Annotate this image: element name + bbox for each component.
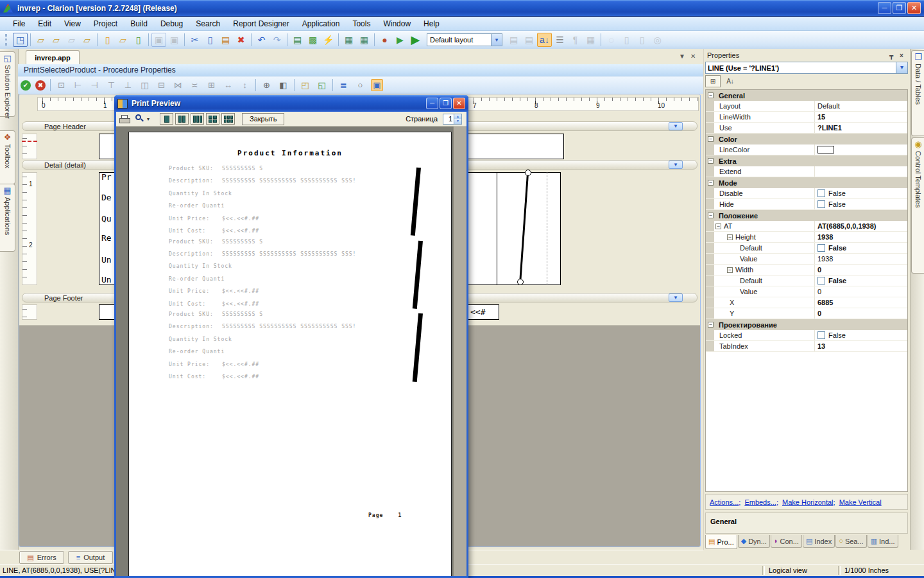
close-button[interactable]: ✕ [907, 2, 921, 14]
checkbox-unchecked-icon[interactable] [817, 244, 825, 252]
maximize-button[interactable]: ❐ [893, 2, 906, 14]
tab-output[interactable]: ≡Output [68, 551, 113, 564]
debug-button[interactable]: ● [377, 33, 392, 47]
pages-1-button[interactable] [160, 113, 173, 125]
property-value-cell[interactable]: ?LINE1 [815, 123, 907, 133]
menu-search[interactable]: Search [189, 17, 227, 30]
accept-button[interactable]: ✔ [21, 80, 31, 91]
copy-button[interactable]: ▯ [203, 33, 218, 47]
property-row[interactable]: Y0 [706, 308, 907, 319]
property-value-cell[interactable]: False [815, 188, 907, 198]
link-embeds-[interactable]: Embeds... [744, 498, 776, 506]
property-value-cell[interactable]: AT(6885,0,0,1938) [815, 221, 907, 231]
chevron-down-icon[interactable] [896, 62, 907, 73]
property-value-cell[interactable]: 6885 [815, 297, 907, 308]
document-close-icon[interactable]: ✕ [690, 53, 696, 60]
cut-button[interactable]: ✂ [187, 33, 202, 47]
property-value-cell[interactable] [815, 144, 907, 155]
checkbox-unchecked-icon[interactable] [817, 331, 825, 339]
menu-help[interactable]: Help [417, 17, 446, 30]
grid-b-button[interactable]: ▦ [357, 33, 372, 47]
sidebar-tab-toolbox[interactable]: ❖Toolbox [0, 130, 15, 184]
spin-up-icon[interactable]: ▲ [454, 114, 461, 119]
property-value-cell[interactable]: Default [815, 101, 907, 111]
props-tab-sea[interactable]: ○Sea... [835, 535, 866, 548]
pages-6-button[interactable] [221, 113, 235, 125]
generate-button[interactable]: ▩ [305, 33, 320, 47]
checkbox-unchecked-icon[interactable] [817, 200, 825, 208]
tab-order-button[interactable]: ≣ [338, 79, 350, 91]
open-project-button[interactable]: ▱ [49, 33, 64, 47]
property-value-cell[interactable]: 15 [815, 112, 907, 122]
property-row[interactable]: ATAT(6885,0,0,1938) [706, 221, 907, 232]
color-swatch[interactable] [817, 146, 834, 153]
property-row[interactable]: Use?LINE1 [706, 123, 907, 134]
props-tab-con[interactable]: ◗Con... [771, 535, 802, 548]
new-project-button[interactable]: ▱ [33, 33, 48, 47]
spin-down-icon[interactable]: ▼ [454, 119, 461, 124]
props-tab-pro[interactable]: ▤Pro... [705, 535, 737, 549]
menu-project[interactable]: Project [87, 17, 124, 30]
pages-3-button[interactable] [191, 113, 204, 125]
menu-debug[interactable]: Debug [154, 17, 189, 30]
open-file-button[interactable]: ▱ [116, 33, 130, 47]
pages-2-button[interactable] [175, 113, 189, 125]
edit-properties-button[interactable]: ▤ [290, 33, 305, 47]
send-to-back-button[interactable]: ◱ [316, 79, 328, 91]
document-list-dropdown-icon[interactable]: ▼ [679, 53, 685, 60]
property-row[interactable]: X6885 [706, 297, 907, 308]
property-row[interactable]: LineWidth15 [706, 112, 907, 123]
collapse-icon[interactable] [708, 92, 714, 98]
new-file-button[interactable]: ▯ [100, 33, 115, 47]
preview-titlebar[interactable]: Print Preview ─ ❐ ✕ [114, 95, 468, 112]
center-horizontal-button[interactable]: ◫ [139, 79, 151, 91]
menu-edit[interactable]: Edit [31, 17, 58, 30]
property-row[interactable]: DefaultFalse [706, 243, 907, 254]
sidebar-tab-solution-explorer[interactable]: ◱Solution Explorer [0, 51, 15, 117]
tab-errors[interactable]: ▤Errors [19, 551, 64, 564]
property-section[interactable]: Mode [706, 177, 907, 188]
link-make-vertical[interactable]: Make Vertical [839, 498, 882, 506]
property-value-cell[interactable]: 1938 [815, 254, 907, 264]
snap-size-button[interactable]: ⊡ [55, 79, 67, 91]
selection-handle[interactable] [525, 170, 531, 176]
band-collapse-button[interactable] [669, 122, 683, 130]
align-top-button[interactable]: ⊤ [105, 79, 117, 91]
undo-button[interactable]: ↶ [254, 33, 269, 47]
property-row[interactable]: Value1938 [706, 254, 907, 265]
property-value-cell[interactable]: False [815, 199, 907, 209]
pages-4-button[interactable] [206, 113, 219, 125]
space-horizontal-button[interactable]: ⋈ [172, 79, 184, 91]
menu-tools[interactable]: Tools [346, 17, 377, 30]
sidebar-tab-control-templates[interactable]: ◉Control Templates [911, 137, 924, 274]
delete-button[interactable]: ✖ [234, 33, 248, 47]
property-row[interactable]: LayoutDefault [706, 101, 907, 112]
property-value-cell[interactable]: False [815, 330, 907, 340]
property-value-cell[interactable]: False [815, 276, 907, 286]
close-panel-icon[interactable] [896, 52, 907, 59]
cancel-button[interactable]: ✖ [35, 80, 46, 91]
property-value-cell[interactable]: 0 [815, 308, 907, 319]
property-section[interactable]: Extra [706, 155, 907, 166]
property-section[interactable]: Color [706, 134, 907, 144]
expand-icon[interactable] [727, 267, 733, 273]
link-actions-[interactable]: Actions... [710, 498, 739, 506]
sort-button[interactable]: a↓ [537, 33, 552, 47]
property-section[interactable]: Проектирование [706, 319, 907, 330]
center-vertical-button[interactable]: ⊟ [155, 79, 167, 91]
property-value-cell[interactable]: 0 [815, 286, 907, 297]
preview-close-toolbar-button[interactable]: Закрыть [242, 113, 284, 125]
zoom-dropdown-icon[interactable]: ▾ [147, 116, 150, 122]
property-row[interactable]: Height1938 [706, 232, 907, 243]
minimize-button[interactable]: ─ [878, 2, 891, 14]
props-tab-ind[interactable]: ▥Ind... [868, 535, 898, 548]
preview-minimize-button[interactable]: ─ [426, 98, 438, 109]
band-collapse-button[interactable] [669, 161, 683, 169]
menu-application[interactable]: Application [296, 17, 346, 30]
menu-report-designer[interactable]: Report Designer [227, 17, 295, 30]
grid-a-button[interactable]: ▦ [341, 33, 356, 47]
props-tab-dyn[interactable]: ◆Dyn... [738, 535, 770, 548]
property-row[interactable]: DisableFalse [706, 188, 907, 199]
band-collapse-button[interactable] [669, 293, 683, 302]
object-selector[interactable]: LINE (Use = '?LINE1') [705, 62, 908, 74]
